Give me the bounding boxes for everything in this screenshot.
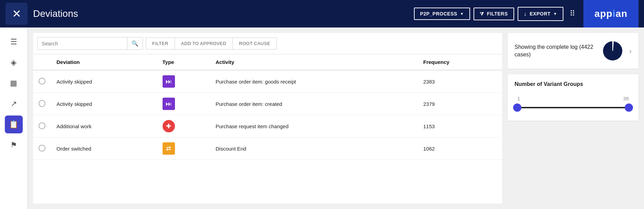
chart-icon: ↗	[11, 99, 17, 108]
col-type: Type	[157, 54, 210, 70]
table-icon: ▦	[10, 79, 17, 88]
row-type-2: ✚	[157, 115, 210, 138]
table-header-row: Deviation Type Activity Frequency	[33, 54, 502, 70]
row-deviation-2: Additional work	[51, 115, 157, 138]
slider-max-label: 36	[623, 96, 629, 101]
row-type-3: ⇄	[157, 138, 210, 160]
search-icon: 🔍	[132, 41, 138, 46]
logo-box: ✕	[6, 3, 28, 25]
slider-labels: 1 36	[517, 96, 629, 101]
app-header: ✕ Deviations P2P_PROCESS ▼ ⧩ FILTERS ↓ E…	[0, 0, 644, 28]
log-card-chevron-icon[interactable]: ›	[629, 47, 632, 55]
row-select-1[interactable]	[33, 93, 51, 115]
sidebar-item-table[interactable]: ▦	[5, 74, 23, 92]
deviations-icon: 📋	[9, 120, 18, 129]
slider-thumb-right[interactable]	[625, 103, 633, 112]
row-activity-3: Discount End	[210, 138, 418, 160]
deviations-table: Deviation Type Activity Frequency Activi…	[33, 54, 502, 160]
search-wrapper: 🔍	[37, 37, 143, 50]
row-frequency-0: 2383	[418, 70, 502, 93]
col-activity: Activity	[210, 54, 418, 70]
slider-min-label: 1	[517, 96, 520, 101]
row-frequency-1: 2379	[418, 93, 502, 115]
sidebar-item-settings[interactable]: ⚑	[5, 136, 23, 154]
slider-container: 1 36	[515, 96, 632, 108]
appian-logo: appian	[583, 0, 638, 28]
list-icon: ☰	[10, 37, 17, 46]
filter-button[interactable]: FILTER	[146, 37, 175, 50]
toolbar: 🔍 FILTER ADD TO APPROVED ROOT CAUSE	[33, 33, 502, 54]
row-type-1: ⏭	[157, 93, 210, 115]
right-panel: Showing the complete log (4422 cases) › …	[508, 33, 638, 204]
filter-label: FILTER	[152, 41, 168, 46]
sidebar: ☰ ◈ ▦ ↗ 📋 ⚑	[0, 28, 28, 209]
radio-button-0[interactable]	[39, 78, 45, 85]
chevron-down-icon: ▼	[460, 12, 464, 16]
table-wrapper: Deviation Type Activity Frequency Activi…	[33, 54, 502, 204]
table-row[interactable]: Order switched ⇄ Discount End 1062	[33, 138, 502, 160]
row-frequency-3: 1062	[418, 138, 502, 160]
slider-thumb-left[interactable]	[513, 103, 521, 112]
filters-button[interactable]: ⧩ FILTERS	[474, 8, 514, 20]
variant-card-title: Number of Variant Groups	[515, 81, 632, 87]
col-deviation: Deviation	[51, 54, 157, 70]
sidebar-item-chart[interactable]: ↗	[5, 95, 23, 113]
main-panel: 🔍 FILTER ADD TO APPROVED ROOT CAUSE	[33, 33, 502, 204]
table-row[interactable]: Activity skipped ⏭ Purchase order item: …	[33, 70, 502, 93]
row-deviation-1: Activity skipped	[51, 93, 157, 115]
row-activity-2: Purchase request item changed	[210, 115, 418, 138]
export-button[interactable]: ↓ EXPORT ▼	[518, 7, 563, 21]
process-label: P2P_PROCESS	[420, 11, 457, 16]
export-chevron-icon: ▼	[553, 12, 557, 16]
row-select-3[interactable]	[33, 138, 51, 160]
row-frequency-2: 1153	[418, 115, 502, 138]
settings-icon: ⚑	[10, 141, 17, 150]
log-card-text: Showing the complete log (4422 cases)	[515, 43, 596, 59]
row-deviation-0: Activity skipped	[51, 70, 157, 93]
row-activity-0: Purchase order item: goods receipt	[210, 70, 418, 93]
filters-label: FILTERS	[487, 11, 508, 16]
search-button[interactable]: 🔍	[127, 37, 143, 50]
col-select	[33, 54, 51, 70]
type-icon-3: ⇄	[163, 142, 175, 155]
page-title: Deviations	[33, 8, 408, 19]
appian-dot: i	[613, 8, 616, 19]
content-area: 🔍 FILTER ADD TO APPROVED ROOT CAUSE	[28, 28, 644, 209]
search-input[interactable]	[38, 37, 127, 50]
row-select-0[interactable]	[33, 70, 51, 93]
main-layout: ☰ ◈ ▦ ↗ 📋 ⚑ 🔍	[0, 28, 644, 209]
add-to-approved-button[interactable]: ADD TO APPROVED	[175, 37, 233, 50]
row-type-0: ⏭	[157, 70, 210, 93]
radio-button-1[interactable]	[39, 100, 45, 107]
row-deviation-3: Order switched	[51, 138, 157, 160]
row-select-2[interactable]	[33, 115, 51, 138]
table-row[interactable]: Additional work ✚ Purchase request item …	[33, 115, 502, 138]
pie-chart	[602, 40, 624, 62]
type-icon-1: ⏭	[163, 98, 175, 110]
grid-view-button[interactable]: ⠿	[567, 7, 578, 21]
radio-button-3[interactable]	[39, 145, 45, 152]
root-cause-button[interactable]: ROOT CAUSE	[233, 37, 277, 50]
root-cause-label: ROOT CAUSE	[239, 41, 270, 46]
log-card-title: Showing the complete log (4422 cases)	[515, 43, 596, 59]
logo-icon: ✕	[12, 7, 21, 20]
add-to-approved-label: ADD TO APPROVED	[181, 41, 226, 46]
process-button[interactable]: P2P_PROCESS ▼	[414, 8, 470, 20]
row-activity-1: Purchase order item: created	[210, 93, 418, 115]
sidebar-item-deviations[interactable]: 📋	[5, 116, 23, 133]
sidebar-item-list[interactable]: ☰	[5, 33, 23, 51]
type-icon-2: ✚	[163, 120, 175, 132]
funnel-icon: ⧩	[480, 11, 484, 17]
col-frequency: Frequency	[418, 54, 502, 70]
variant-card: Number of Variant Groups 1 36	[508, 74, 638, 121]
radio-button-2[interactable]	[39, 122, 45, 129]
grid-icon: ⠿	[570, 9, 575, 18]
type-icon-0: ⏭	[163, 75, 175, 88]
slider-track[interactable]	[517, 107, 629, 108]
header-controls: P2P_PROCESS ▼ ⧩ FILTERS ↓ EXPORT ▼ ⠿	[414, 7, 578, 21]
log-card: Showing the complete log (4422 cases) ›	[508, 33, 638, 69]
table-row[interactable]: Activity skipped ⏭ Purchase order item: …	[33, 93, 502, 115]
sidebar-item-process[interactable]: ◈	[5, 54, 23, 72]
download-icon: ↓	[524, 10, 527, 18]
process-map-icon: ◈	[11, 58, 17, 67]
